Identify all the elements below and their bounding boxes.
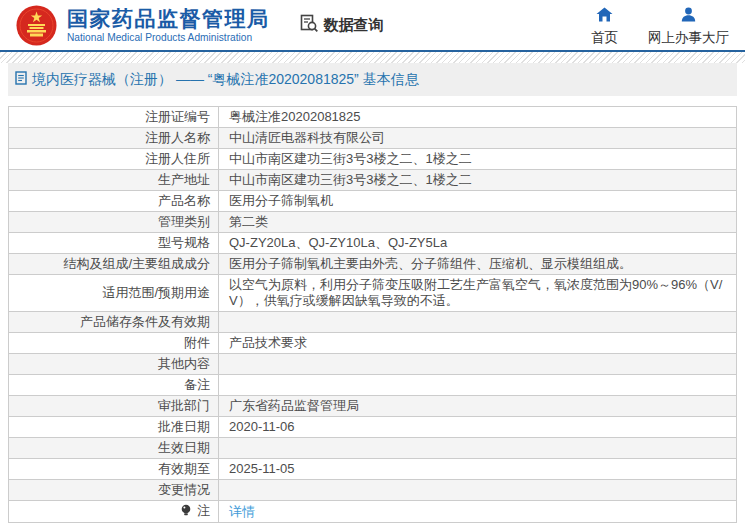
row-value-text	[229, 314, 233, 329]
row-label: 产品储存条件及有效期	[80, 314, 210, 329]
row-value-text: 医用分子筛制氧机主要由外壳、分子筛组件、压缩机、显示模组组成。	[229, 256, 632, 271]
row-label-cell: 产品储存条件及有效期	[9, 312, 219, 333]
row-label: 批准日期	[158, 419, 210, 434]
table-row: 附件 产品技术要求	[9, 333, 737, 354]
site-header: 国家药品监督管理局 National Medical Products Admi…	[0, 0, 745, 50]
table-row: 审批部门 广东省药品监督管理局	[9, 396, 737, 417]
row-label-cell: 注	[9, 501, 219, 523]
table-row: 备注	[9, 375, 737, 396]
org-title-block: 国家药品监督管理局 National Medical Products Admi…	[67, 7, 270, 43]
row-label: 型号规格	[158, 235, 210, 250]
row-label: 备注	[184, 377, 210, 392]
data-query-nav[interactable]: 数据查询	[300, 14, 384, 36]
user-icon	[681, 7, 696, 25]
row-label-cell: 适用范围/预期用途	[9, 275, 219, 312]
row-label: 注册人名称	[145, 130, 210, 145]
row-label-cell: 备注	[9, 375, 219, 396]
row-value-cell	[219, 438, 737, 459]
row-value-text: 中山市南区建功三街3号3楼之二、1楼之二	[229, 151, 472, 166]
row-value-cell: 中山市南区建功三街3号3楼之二、1楼之二	[219, 170, 737, 191]
row-label: 注册人住所	[145, 151, 210, 166]
table-row: 生效日期	[9, 438, 737, 459]
table-row: 管理类别 第二类	[9, 212, 737, 233]
table-row: 其他内容	[9, 354, 737, 375]
row-label: 审批部门	[158, 398, 210, 413]
row-value-text: 中山市南区建功三街3号3楼之二、1楼之二	[229, 172, 472, 187]
row-label-cell: 附件	[9, 333, 219, 354]
row-label-cell: 结构及组成/主要组成成分	[9, 254, 219, 275]
row-value-text: 医用分子筛制氧机	[229, 193, 333, 208]
table-row: 型号规格 QJ-ZY20La、QJ-ZY10La、QJ-ZY5La	[9, 233, 737, 254]
nav-hall-label: 网上办事大厅	[648, 29, 729, 47]
org-name-english: National Medical Products Administration	[67, 32, 270, 43]
table-row: 变更情况	[9, 480, 737, 501]
row-value-cell: 中山清匠电器科技有限公司	[219, 128, 737, 149]
row-label: 适用范围/预期用途	[102, 285, 210, 300]
row-label: 管理类别	[158, 214, 210, 229]
table-row: 注册人名称 中山清匠电器科技有限公司	[9, 128, 737, 149]
row-value-text: 以空气为原料，利用分子筛变压吸附工艺生产富氧空气，氧浓度范围为90%～96%（V…	[229, 277, 722, 308]
row-label: 生效日期	[158, 440, 210, 455]
data-query-search-icon	[300, 14, 319, 36]
row-value-cell	[219, 480, 737, 501]
org-name: 国家药品监督管理局	[67, 7, 270, 30]
row-label-cell: 注册人名称	[9, 128, 219, 149]
row-value-cell	[219, 312, 737, 333]
row-value-text	[229, 356, 233, 371]
table-row: 产品储存条件及有效期	[9, 312, 737, 333]
row-value-text: 广东省药品监督管理局	[229, 398, 359, 413]
row-value-text	[229, 377, 233, 392]
note-lamp-icon	[181, 504, 191, 520]
info-table-body: 注册证编号 粤械注准20202081825 注册人名称 中山清匠电器科技有限公司…	[9, 107, 737, 523]
row-value-text: 产品技术要求	[229, 335, 307, 350]
row-label-cell: 有效期至	[9, 459, 219, 480]
row-value-text: 中山清匠电器科技有限公司	[229, 130, 385, 145]
row-value-text: 2020-11-06	[229, 419, 295, 434]
data-query-label: 数据查询	[324, 16, 384, 35]
row-label-cell: 管理类别	[9, 212, 219, 233]
row-value-cell: 以空气为原料，利用分子筛变压吸附工艺生产富氧空气，氧浓度范围为90%～96%（V…	[219, 275, 737, 312]
nav-item-service-hall[interactable]: 网上办事大厅	[648, 7, 729, 47]
document-icon	[15, 71, 27, 88]
row-value-cell: 广东省药品监督管理局	[219, 396, 737, 417]
row-value-cell: 第二类	[219, 212, 737, 233]
row-value-cell: 医用分子筛制氧机	[219, 191, 737, 212]
row-value-cell: 粤械注准20202081825	[219, 107, 737, 128]
table-row: 注 详情	[9, 501, 737, 523]
page-title: 境内医疗器械（注册） —— “粤械注准20202081825” 基本信息	[32, 71, 419, 89]
row-value-text: QJ-ZY20La、QJ-ZY10La、QJ-ZY5La	[229, 235, 447, 250]
table-row: 产品名称 医用分子筛制氧机	[9, 191, 737, 212]
table-row: 注册证编号 粤械注准20202081825	[9, 107, 737, 128]
row-label-cell: 批准日期	[9, 417, 219, 438]
detail-link[interactable]: 详情	[229, 504, 255, 519]
registration-info-table: 注册证编号 粤械注准20202081825 注册人名称 中山清匠电器科技有限公司…	[8, 106, 737, 523]
row-label: 其他内容	[158, 356, 210, 371]
row-label: 变更情况	[158, 482, 210, 497]
row-value-text	[229, 482, 233, 497]
row-label-cell: 注册人住所	[9, 149, 219, 170]
row-value-cell: 2020-11-06	[219, 417, 737, 438]
nmpa-emblem-logo[interactable]	[16, 5, 57, 46]
row-label-cell: 注册证编号	[9, 107, 219, 128]
table-row: 注册人住所 中山市南区建功三街3号3楼之二、1楼之二	[9, 149, 737, 170]
national-emblem-icon	[16, 5, 57, 46]
row-label-cell: 产品名称	[9, 191, 219, 212]
row-value-text: 2025-11-05	[229, 461, 295, 476]
row-value-cell: 2025-11-05	[219, 459, 737, 480]
row-value-cell: 产品技术要求	[219, 333, 737, 354]
row-label-cell: 生效日期	[9, 438, 219, 459]
nav-home-label: 首页	[591, 29, 618, 47]
nav-item-home[interactable]: 首页	[591, 7, 618, 47]
row-label: 结构及组成/主要组成成分	[63, 256, 210, 271]
home-icon	[596, 7, 613, 25]
row-label: 有效期至	[158, 461, 210, 476]
row-label-cell: 生产地址	[9, 170, 219, 191]
row-value-text: 粤械注准20202081825	[229, 109, 361, 124]
row-value-cell: 医用分子筛制氧机主要由外壳、分子筛组件、压缩机、显示模组组成。	[219, 254, 737, 275]
table-row: 有效期至 2025-11-05	[9, 459, 737, 480]
header-nav: 首页 网上办事大厅	[591, 7, 729, 47]
row-value-cell	[219, 354, 737, 375]
row-label: 注	[197, 503, 210, 518]
row-label-cell: 审批部门	[9, 396, 219, 417]
row-label: 产品名称	[158, 193, 210, 208]
